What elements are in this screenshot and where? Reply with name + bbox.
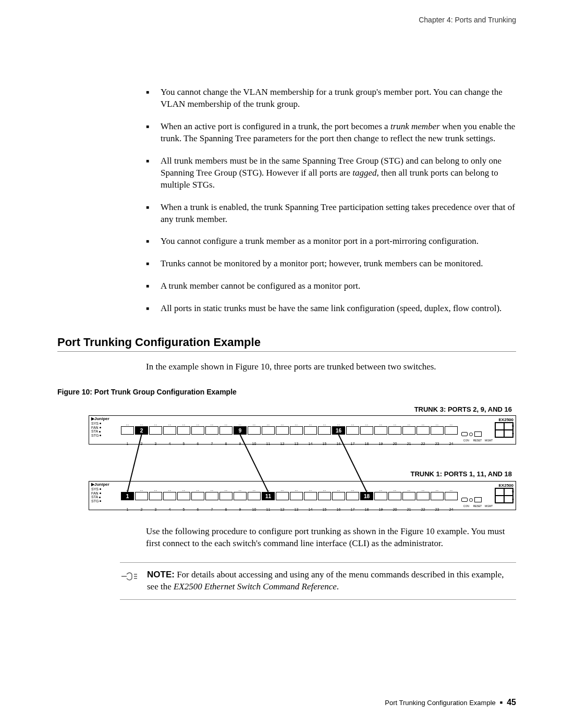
note-hand-icon: [120, 569, 140, 593]
port-hi-18: 18: [360, 492, 373, 500]
port: [163, 426, 176, 435]
port: [149, 426, 162, 435]
port: [374, 492, 387, 500]
port: [346, 426, 359, 435]
port: [149, 492, 162, 500]
section-heading: Port Trunking Configuration Example: [57, 336, 516, 352]
note-text: NOTE: For details about accessing and us…: [147, 569, 516, 593]
port: [248, 426, 261, 435]
port-hi-1: 1: [121, 492, 134, 500]
port: [234, 492, 247, 500]
port: [402, 426, 415, 435]
port: [388, 492, 401, 500]
port: [191, 426, 204, 435]
port: [388, 426, 401, 435]
port: [177, 492, 190, 500]
port: [332, 492, 345, 500]
trunk1-label: TRUNK 1: PORTS 1, 11, AND 18: [410, 470, 512, 478]
switch-top: ▶Juniper SYS FAN STA STG 2916 1234567891…: [89, 415, 516, 445]
port: [276, 492, 289, 500]
port-hi-11: 11: [262, 492, 275, 500]
bullet-item: You cannot change the VLAN membership fo…: [146, 87, 516, 110]
port: [360, 426, 373, 435]
bullet-item: A trunk member cannot be configured as a…: [146, 280, 516, 292]
trunk-lines-space: TRUNK 1: PORTS 1, 11, AND 18: [89, 446, 516, 481]
port: [445, 426, 458, 435]
port: [417, 426, 430, 435]
port: [290, 492, 303, 500]
port-hi-9: 9: [234, 426, 247, 435]
ports-strip-bottom: 11118: [120, 492, 458, 508]
port: [177, 426, 190, 435]
port: [219, 426, 232, 435]
port: [205, 426, 218, 435]
port-hi-2: 2: [135, 426, 148, 435]
port: [318, 492, 331, 500]
port-hi-16: 16: [332, 426, 345, 435]
port: [374, 426, 387, 435]
bullet-item: All ports in static trunks must be have …: [146, 303, 516, 315]
port: [402, 492, 415, 500]
port: [304, 492, 317, 500]
chapter-header: Chapter 4: Ports and Trunking: [57, 16, 516, 24]
port: [290, 426, 303, 435]
switch-right-panel: EX2500 BA CONRESETMGMT: [461, 484, 513, 508]
figure-caption: Figure 10: Port Trunk Group Configuratio…: [57, 388, 516, 396]
trunk3-label: TRUNK 3: PORTS 2, 9, AND 16: [89, 405, 512, 413]
port: [276, 426, 289, 435]
port: [445, 492, 458, 500]
bullet-item: You cannot configure a trunk member as a…: [146, 236, 516, 248]
port: [318, 426, 331, 435]
switch-left-panel: ▶Juniper SYS FAN STA STG: [91, 483, 109, 503]
port: [135, 492, 148, 500]
port: [205, 492, 218, 500]
figure-diagram: TRUNK 3: PORTS 2, 9, AND 16 ▶Juniper SYS…: [89, 405, 516, 510]
port: [163, 492, 176, 500]
bullet-list: You cannot change the VLAN membership fo…: [146, 87, 516, 315]
port: [121, 426, 134, 435]
bullet-item: All trunk members must be in the same Sp…: [146, 155, 516, 191]
port: [346, 492, 359, 500]
bullet-item: When an active port is configured in a t…: [146, 121, 516, 145]
ports-strip-top: 2916: [120, 426, 458, 442]
port: [248, 492, 261, 500]
switch-right-panel: EX2500 BA CONRESETMGMT: [461, 418, 513, 442]
port: [431, 492, 444, 500]
bullet-item: When a trunk is enabled, the trunk Spann…: [146, 202, 516, 226]
after-figure-paragraph: Use the following procedure to configure…: [146, 526, 516, 550]
page-footer: Port Trunking Configuration Example45: [57, 698, 516, 707]
switch-bottom: ▶Juniper SYS FAN STA STG 11118 123456789…: [89, 481, 516, 510]
port: [262, 426, 275, 435]
port: [191, 492, 204, 500]
port: [219, 492, 232, 500]
note-block: NOTE: For details about accessing and us…: [120, 562, 516, 600]
bullet-item: Trunks cannot be monitored by a monitor …: [146, 258, 516, 270]
port: [417, 492, 430, 500]
intro-paragraph: In the example shown in Figure 10, three…: [146, 361, 516, 373]
port: [304, 426, 317, 435]
switch-left-panel: ▶Juniper SYS FAN STA STG: [91, 417, 109, 438]
port: [431, 426, 444, 435]
